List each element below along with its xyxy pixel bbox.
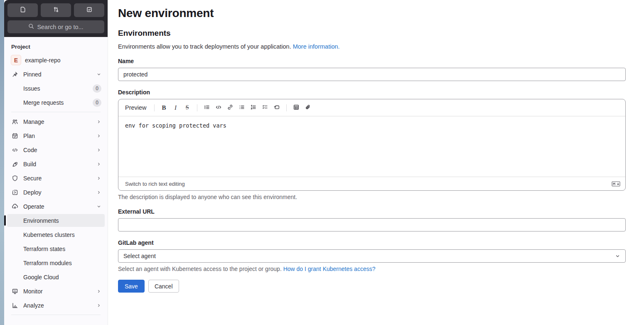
sidebar-item-label: Pinned [23,71,96,78]
toolbar-divider [197,104,197,111]
sidebar-divider [11,112,101,112]
code-icon [12,147,18,153]
sidebar-item-label: Code [23,147,96,153]
bullet-list-button[interactable] [236,102,247,113]
sidebar-item-label: Issues [23,85,93,92]
bold-icon: B [162,104,166,111]
sidebar-item-terraform-states[interactable]: Terraform states [7,242,105,255]
external-url-input[interactable] [118,218,626,231]
sidebar-item-pinned[interactable]: Pinned [7,68,105,81]
merge-requests-shortcut-button[interactable] [41,3,71,17]
monitor-icon [12,288,18,295]
merge-requests-count-badge: 0 [93,98,101,107]
sidebar-item-label: Operate [23,203,96,210]
switch-rich-text-button[interactable]: Switch to rich text editing [125,181,185,187]
sidebar-item-project[interactable]: E example-repo [7,54,105,66]
form-actions: Save Cancel [118,280,626,293]
agent-select[interactable]: Select agent [118,249,626,263]
sidebar-item-operate[interactable]: Operate [7,200,105,213]
numbered-list-button[interactable] [248,102,259,113]
sidebar-item-label: Plan [23,133,96,139]
gitlab-agent-label: GitLab agent [118,239,626,246]
agent-select-value: Select agent [123,253,156,259]
bold-button[interactable]: B [159,102,170,113]
task-list-button[interactable] [260,102,270,113]
description-label: Description [118,89,626,96]
sidebar-item-build[interactable]: Build [7,158,105,170]
intro-text-body: Environments allow you to track deployme… [118,43,293,50]
insert-table-button[interactable] [291,102,302,113]
description-help-text: The description is displayed to anyone w… [118,194,626,200]
sidebar-item-plan[interactable]: Plan [7,129,105,142]
chevron-right-icon [96,303,101,308]
attach-file-button[interactable] [302,102,313,113]
search-placeholder: Search or go to... [37,24,83,30]
sidebar-item-label: Environments [23,217,101,224]
merge-request-icon [53,6,59,14]
search-icon [28,23,34,30]
more-information-link[interactable]: More information. [293,43,340,50]
gitlab-window: Search or go to... Project E example-rep… [4,0,644,325]
sidebar-item-environments[interactable]: Environments [7,214,105,227]
markdown-editor: Preview B I S env for [118,99,626,191]
description-textarea[interactable]: env for scoping protected vars [118,116,625,177]
page-title: New environment [118,7,626,20]
numbered-list-icon [250,104,257,112]
sidebar-item-monitor[interactable]: Monitor [7,285,105,298]
task-done-icon [86,6,93,14]
quote-icon [204,104,210,112]
sidebar-item-deploy[interactable]: Deploy [7,186,105,199]
agent-help-text-body: Select an agent with Kubernetes access t… [118,266,283,272]
sidebar-item-code[interactable]: Code [7,143,105,156]
insert-code-button[interactable] [213,102,224,113]
cancel-button[interactable]: Cancel [148,280,179,293]
todo-list-shortcut-button[interactable] [74,3,104,17]
sidebar-item-merge-requests[interactable]: Merge requests 0 [7,96,105,109]
paperclip-icon [305,104,311,112]
save-button[interactable]: Save [118,280,145,293]
main-content: New environment Environments Environment… [108,0,644,325]
calendar-icon [12,133,18,139]
search-input[interactable]: Search or go to... [7,20,104,33]
sidebar-item-label: Google Cloud [23,274,101,281]
bullet-list-icon [238,104,245,112]
chevron-down-icon [96,204,101,209]
sidebar-item-analyze[interactable]: Analyze [7,299,105,312]
sidebar-item-label: Analyze [23,302,96,309]
collapsible-section-button[interactable] [271,102,282,113]
sidebar-item-manage[interactable]: Manage [7,115,105,128]
users-icon [12,118,18,125]
strikethrough-icon: S [186,104,189,111]
sidebar-item-terraform-modules[interactable]: Terraform modules [7,256,105,269]
sidebar-item-kubernetes-clusters[interactable]: Kubernetes clusters [7,228,105,241]
sidebar-item-label: Secure [23,175,96,182]
sidebar-item-issues[interactable]: Issues 0 [7,82,105,95]
sidebar-item-label: Kubernetes clusters [23,231,101,238]
sidebar-nav: Project E example-repo Pinned Issues 0 M… [4,37,108,325]
insert-link-button[interactable] [225,102,236,113]
name-input[interactable] [118,68,626,81]
preview-button[interactable]: Preview [125,103,150,113]
project-name: example-repo [25,57,101,64]
cloud-pod-icon [12,203,18,210]
shield-icon [12,175,18,182]
chevron-right-icon [96,176,101,181]
italic-button[interactable]: I [170,102,181,113]
agent-help-text: Select an agent with Kubernetes access t… [118,266,626,272]
task-list-icon [262,104,268,112]
toolbar-divider [154,104,155,111]
section-title: Environments [118,29,626,38]
kubernetes-access-link[interactable]: How do I grant Kubernetes access? [283,266,376,272]
sidebar-item-google-cloud[interactable]: Google Cloud [7,271,105,283]
name-label: Name [118,58,626,64]
markdown-icon[interactable] [612,181,620,187]
chevron-right-icon [96,133,101,138]
blockquote-button[interactable] [202,102,212,113]
issues-shortcut-button[interactable] [7,3,38,17]
issues-icon [20,6,26,14]
sidebar-item-secure[interactable]: Secure [7,172,105,185]
collapsible-section-icon [273,104,280,112]
italic-icon: I [175,104,177,111]
strikethrough-button[interactable]: S [182,102,193,113]
chevron-right-icon [96,289,101,294]
